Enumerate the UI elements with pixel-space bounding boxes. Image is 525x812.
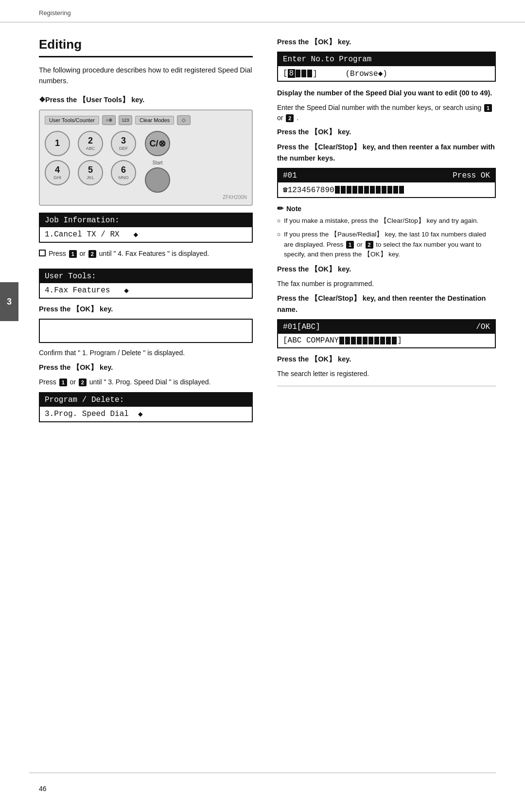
lcd-enter-line1: Enter No.to Program [278,53,495,66]
keypad-icon2: 123 [119,115,132,125]
keypad-clear-modes: Clear Modes [135,116,174,125]
lcd-job-info-line2: 1.Cancel TX / RX ◆ [40,227,252,242]
display-text: Enter the Speed Dial number with the num… [277,103,496,123]
step2-container: Press 1 or 2 until " 4. Fax Features " i… [39,249,253,264]
lcd-user-tools: User Tools: 4.Fax Features ◆ [39,269,253,299]
num-btn-1c: 1 [484,104,492,112]
keypad-icon3: ◇ [177,115,191,125]
header-label: Registering [39,9,71,17]
lcd-enter-no: Enter No.to Program [8 ] (Browse◆) [277,52,496,82]
step10-instruction: Press the 【Clear/Stop】 key, and then ree… [277,293,496,315]
main-content: Editing The following procedure describe… [0,22,525,448]
num-btn-2a: 2 [88,250,96,258]
step3-instruction: Press the 【OK】 key. [39,305,253,314]
lcd-user-tools-line2: 4.Fax Features ◆ [40,283,252,298]
key-start [145,167,170,193]
lcd-name-line2: [ABC COMPANY ] [278,334,495,347]
intro-text: The following procedure describes how to… [39,65,253,87]
keypad-diagram: User Tools/Counter ○⊕ 123 Clear Modes ◇ … [39,109,253,206]
page-footer: 46 [39,785,47,793]
page-container: Registering 3 Editing The following proc… [0,0,525,812]
lcd-name: #01[ABC]/OK [ABC COMPANY ] [277,319,496,348]
keypad-top-row: User Tools/Counter ○⊕ 123 Clear Modes ◇ [45,115,247,125]
step1-instruction: ❖Press the 【User Tools】 key. [39,95,253,105]
key-5: 5JKL [78,160,103,185]
step5-instruction: Press 1 or 2 until " 3. Prog. Speed Dial… [39,377,253,387]
num-btn-1a: 1 [69,250,77,258]
lcd-job-info: Job Information: 1.Cancel TX / RX ◆ [39,213,253,243]
step2-instruction: Press 1 or 2 until " 4. Fax Features " i… [49,249,209,259]
side-tab: 3 [0,282,18,321]
note-section: ✏ Note If you make a mistake, press the … [277,204,496,259]
side-tab-number: 3 [7,297,12,307]
key-4: 4GHI [45,160,70,185]
keypad-top-label: User Tools/Counter [45,116,99,125]
top-header: Registering [0,0,525,22]
num-btn-2b: 2 [79,379,87,386]
step6-instruction: Press the 【OK】 key. [277,37,496,48]
key-6: 6MNO [111,160,136,185]
key-clear-stop: C/⊗ [145,131,170,156]
left-column: Editing The following procedure describe… [39,37,253,428]
note-item-2: If you press the 【Pause/Redial】 key, the… [277,230,496,259]
lcd-fax-line2: ☎1234567890 [278,182,495,197]
key-1: 1 [45,131,70,156]
lcd-name-line1: #01[ABC]/OK [278,320,495,334]
note-item-1: If you make a mistake, press the 【Clear/… [277,216,496,226]
step4-instruction: Press the 【OK】 key. [39,363,253,372]
zfkh-label: ZFKH200N [45,195,247,200]
bottom-divider-right [277,386,496,386]
checkbox-icon [39,250,46,256]
key-3: 3DEF [111,131,136,156]
step7-instruction: Press the 【OK】 key. [277,127,496,138]
blank-lcd [39,319,253,343]
lcd-program-delete: Program / Delete: 3.Prog. Speed Dial ◆ [39,392,253,422]
lcd-fax: #01Press OK ☎1234567890 [277,168,496,198]
keypad-icon1: ○⊕ [102,115,116,125]
num-btn-1d: 1 [346,241,354,249]
step8-instruction: Press the 【Clear/Stop】 key, and then ree… [277,142,496,164]
lcd-prog-line2: 3.Prog. Speed Dial ◆ [40,407,252,421]
num-btn-2d: 2 [366,241,373,249]
lcd-prog-line1: Program / Delete: [40,393,252,407]
confirm-text: Confirm that " 1. Program / Delete " is … [39,348,253,358]
step9-instruction: Press the 【OK】 key. [277,264,496,275]
step11-instruction: Press the 【OK】 key. [277,354,496,365]
lcd-enter-line2: [8 ] (Browse◆) [278,66,495,81]
display-instruction: Display the number of the Speed Dial you… [277,88,496,99]
registered-text: The search letter is registered. [277,369,496,379]
bottom-divider [29,773,496,773]
pencil-icon: ✏ [277,204,283,213]
fax-programmed-text: The fax number is programmed. [277,279,496,289]
num-btn-1b: 1 [59,379,67,386]
section-title: Editing [39,37,253,57]
key-2: 2ABC [78,131,103,156]
lcd-job-info-line1: Job Information: [40,214,252,227]
right-column: Press the 【OK】 key. Enter No.to Program … [267,37,496,428]
lcd-fax-line1: #01Press OK [278,169,495,182]
num-btn-2c: 2 [286,114,294,122]
lcd-user-tools-line1: User Tools: [40,270,252,283]
note-title: ✏ Note [277,204,496,213]
page-number: 46 [39,785,47,793]
